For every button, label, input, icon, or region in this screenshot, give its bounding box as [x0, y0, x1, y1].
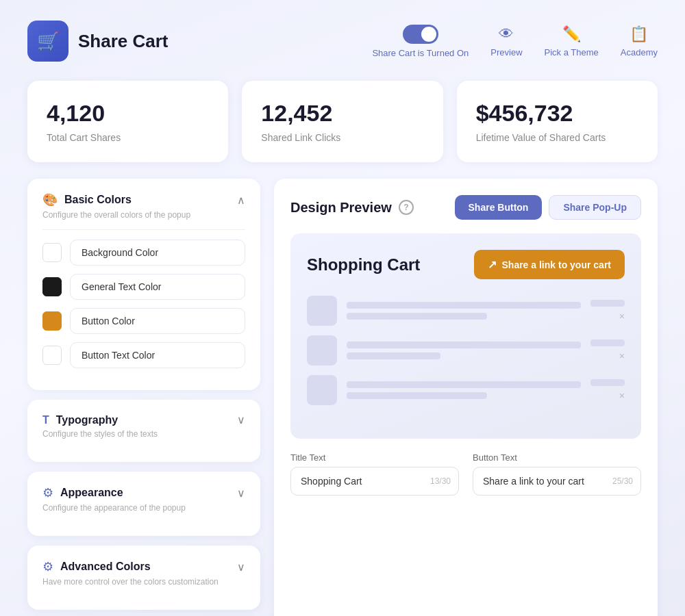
appearance-header-left: ⚙ Appearance: [42, 485, 123, 500]
background-color-swatch[interactable]: [42, 243, 62, 262]
title-text-label: Title Text: [290, 452, 459, 463]
nav-preview[interactable]: 👁 Preview: [490, 25, 522, 57]
cart-item-row: ×: [307, 335, 625, 365]
color-item-general-text: General Text Color: [42, 274, 245, 300]
basic-colors-divider: [42, 229, 245, 230]
button-color-button[interactable]: Button Color: [70, 308, 245, 334]
cart-remove-icon[interactable]: ×: [619, 350, 625, 361]
stat-label-lifetime: Lifetime Value of Shared Carts: [476, 132, 638, 143]
stat-shared-link-clicks: 12,452 Shared Link Clicks: [242, 81, 443, 162]
button-text-count: 25/30: [612, 476, 633, 486]
preview-cart-header: Shopping Cart ↗ Share a link to your car…: [307, 250, 625, 279]
button-text-label: Button Text: [473, 452, 641, 463]
help-icon[interactable]: ?: [399, 200, 414, 215]
appearance-icon: ⚙: [42, 485, 53, 500]
basic-colors-subtitle: Configure the overall colors of the popu…: [42, 210, 245, 220]
share-cart-toggle[interactable]: [403, 25, 438, 44]
right-panel: Design Preview ? Share Button Share Pop-…: [274, 179, 658, 616]
typography-icon: T: [42, 414, 49, 426]
header-left: 🛒 Share Cart: [27, 21, 169, 62]
appearance-panel: ⚙ Appearance ∨ Configure the appearance …: [27, 472, 260, 536]
cart-item-row: ×: [307, 296, 625, 326]
design-preview-title: Design Preview: [290, 200, 392, 216]
cart-line-2: [347, 352, 440, 359]
tab-share-popup[interactable]: Share Pop-Up: [549, 195, 641, 220]
advanced-colors-subtitle: Have more control over the colors custom…: [42, 577, 245, 587]
stat-value-lifetime: $456,732: [476, 100, 638, 127]
general-text-color-button[interactable]: General Text Color: [70, 274, 245, 300]
header: 🛒 Share Cart Share Cart is Turned On 👁 P…: [27, 21, 658, 62]
button-color-swatch[interactable]: [42, 311, 62, 331]
advanced-colors-panel: ⚙ Advanced Colors ∨ Have more control ov…: [27, 546, 260, 610]
nav-academy[interactable]: 📋 Academy: [621, 25, 658, 57]
toggle-label: Share Cart is Turned On: [372, 48, 469, 58]
app-title: Share Cart: [78, 31, 169, 52]
cart-remove-icon[interactable]: ×: [619, 311, 625, 322]
appearance-header[interactable]: ⚙ Appearance ∨: [42, 485, 245, 500]
typography-title: Typography: [56, 414, 118, 426]
typography-panel: T Typography ∨ Configure the styles of t…: [27, 400, 260, 462]
cart-remove-icon[interactable]: ×: [619, 390, 625, 401]
cart-price-line: [590, 379, 625, 386]
color-item-button-text: Button Text Color: [42, 342, 245, 368]
color-item-button: Button Color: [42, 308, 245, 334]
cart-line-1: [347, 381, 581, 388]
cart-line-1: [347, 302, 581, 309]
cart-line-1: [347, 342, 581, 348]
background-color-button[interactable]: Background Color: [70, 240, 245, 266]
basic-colors-icon: 🎨: [42, 192, 58, 207]
preview-label: Preview: [490, 47, 522, 57]
button-text-group: Button Text 25/30: [473, 452, 641, 496]
share-link-button[interactable]: ↗ Share a link to your cart: [474, 250, 625, 279]
basic-colors-chevron: ∧: [237, 194, 245, 207]
title-text-input-wrapper: 13/30: [290, 467, 459, 496]
advanced-colors-icon: ⚙: [42, 559, 53, 574]
stat-total-cart-shares: 4,120 Total Cart Shares: [27, 81, 228, 162]
main-content: 🎨 Basic Colors ∧ Configure the overall c…: [27, 179, 658, 616]
cart-item-thumbnail: [307, 375, 337, 405]
preview-icon: 👁: [499, 25, 514, 43]
cart-item-row: ×: [307, 375, 625, 405]
advanced-colors-header[interactable]: ⚙ Advanced Colors ∨: [42, 559, 245, 574]
nav-pick-theme[interactable]: ✏️ Pick a Theme: [545, 25, 599, 57]
inputs-row: Title Text 13/30 Button Text 25/30: [290, 452, 641, 496]
logo-icon: 🛒: [37, 31, 59, 52]
cart-item-lines: [347, 302, 581, 320]
typography-chevron: ∨: [237, 413, 245, 426]
stat-label-clicks: Shared Link Clicks: [261, 132, 423, 143]
share-cart-toggle-item[interactable]: Share Cart is Turned On: [372, 25, 469, 58]
stat-value-clicks: 12,452: [261, 100, 423, 127]
color-item-background: Background Color: [42, 240, 245, 266]
basic-colors-header-left: 🎨 Basic Colors: [42, 192, 132, 207]
title-text-group: Title Text 13/30: [290, 452, 459, 496]
cart-price-line: [590, 339, 625, 346]
preview-area: Shopping Cart ↗ Share a link to your car…: [290, 233, 641, 439]
header-nav: Share Cart is Turned On 👁 Preview ✏️ Pic…: [372, 25, 658, 58]
logo-box: 🛒: [27, 21, 68, 62]
cart-item-thumbnail: [307, 335, 337, 365]
typography-subtitle: Configure the styles of the texts: [42, 429, 245, 439]
button-text-input-wrapper: 25/30: [473, 467, 641, 496]
tab-share-button[interactable]: Share Button: [455, 195, 543, 220]
cart-price-area: ×: [590, 300, 625, 322]
app-container: 🛒 Share Cart Share Cart is Turned On 👁 P…: [0, 0, 685, 616]
academy-label: Academy: [621, 47, 658, 57]
tab-group: Share Button Share Pop-Up: [455, 195, 641, 220]
general-text-color-swatch[interactable]: [42, 277, 62, 296]
stat-label-total: Total Cart Shares: [47, 132, 209, 143]
cart-line-2: [347, 313, 487, 320]
title-text-count: 13/30: [430, 476, 451, 486]
button-text-color-button[interactable]: Button Text Color: [70, 342, 245, 368]
stat-value-total: 4,120: [47, 100, 209, 127]
cart-item-lines: [347, 342, 581, 359]
share-link-icon: ↗: [488, 258, 497, 271]
appearance-title: Appearance: [60, 487, 123, 499]
stats-row: 4,120 Total Cart Shares 12,452 Shared Li…: [27, 81, 658, 162]
cart-title: Shopping Cart: [307, 255, 420, 274]
button-text-color-swatch[interactable]: [42, 346, 62, 365]
stat-lifetime-value: $456,732 Lifetime Value of Shared Carts: [457, 81, 658, 162]
design-title-area: Design Preview ?: [290, 200, 414, 216]
basic-colors-header[interactable]: 🎨 Basic Colors ∧: [42, 192, 245, 207]
typography-header[interactable]: T Typography ∨: [42, 413, 245, 426]
advanced-colors-header-left: ⚙ Advanced Colors: [42, 559, 151, 574]
